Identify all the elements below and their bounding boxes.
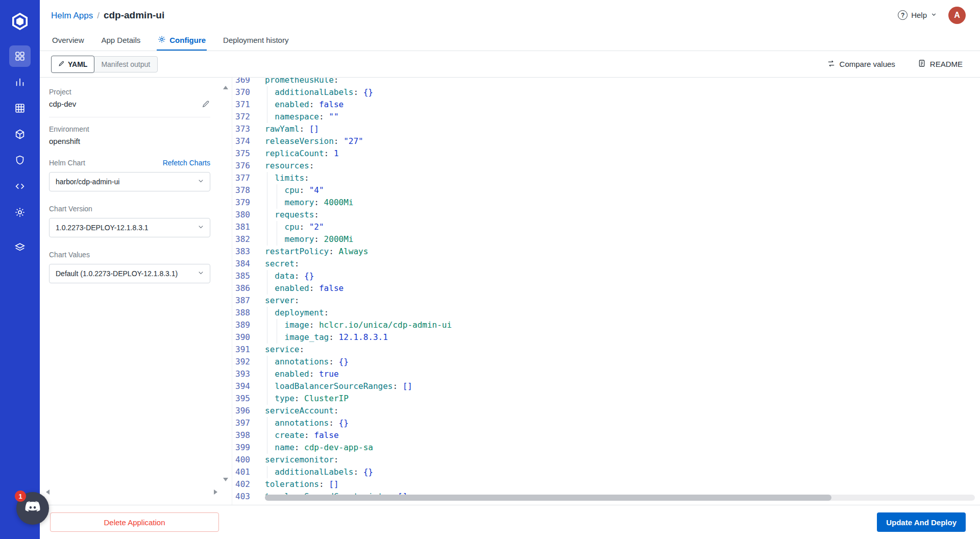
tab-app-details-label: App Details [102, 36, 141, 44]
environment-value: openshift [49, 137, 80, 145]
code-line: 393 enabled: true [232, 368, 980, 380]
editor-horizontal-scrollbar-thumb[interactable] [265, 495, 831, 501]
indent-guide [267, 319, 267, 331]
indent-guide [277, 331, 277, 344]
editor-horizontal-scrollbar-track[interactable] [265, 495, 975, 501]
discord-button[interactable]: 1 [16, 492, 49, 525]
compare-arrows-icon [827, 59, 836, 69]
line-number: 391 [232, 344, 265, 356]
helm-chart-label: Helm Chart [49, 159, 85, 167]
chart-values-select[interactable]: Default (1.0.2273-DEPLOY-12.1.8.3.1) [49, 264, 210, 283]
nav-global-config[interactable] [9, 202, 31, 223]
app-logo[interactable] [9, 11, 31, 34]
code-line: 370 additionalLabels: {} [232, 86, 980, 99]
nav-clusters[interactable] [9, 176, 31, 197]
code-line: 369prometheusRule: [232, 78, 980, 86]
chevron-down-icon [930, 11, 937, 19]
indent-guide [267, 270, 267, 282]
code-line: 394 loadBalancerSourceRanges: [] [232, 380, 980, 393]
indent-guide [267, 172, 267, 184]
avatar[interactable]: A [948, 7, 966, 24]
panel-scroll-up-arrow[interactable] [223, 86, 228, 89]
tab-bar: Overview App Details Configure Deploymen… [40, 30, 980, 51]
code-line: 397 annotations: {} [232, 417, 980, 429]
breadcrumb-helm-apps-link[interactable]: Helm Apps [51, 11, 93, 21]
editor-toolbar: YAML Manifest output Compare values READ… [40, 51, 980, 78]
top-bar: Helm Apps / cdp-admin-ui ? Help A [40, 0, 980, 30]
discord-icon [23, 498, 42, 519]
update-and-deploy-button[interactable]: Update And Deploy [877, 512, 966, 532]
help-menu[interactable]: ? Help [898, 10, 937, 20]
chart-values-label: Chart Values [49, 251, 210, 259]
indent-guide [267, 331, 267, 344]
line-number: 373 [232, 123, 265, 135]
code-line: 389 image: hclcr.io/unica/cdp-admin-ui [232, 319, 980, 331]
readme-button[interactable]: README [918, 59, 963, 69]
indent-guide [267, 466, 267, 478]
sidebar-nav [9, 41, 31, 258]
line-number: 379 [232, 197, 265, 209]
code-line: 396serviceAccount: [232, 405, 980, 417]
line-number: 403 [232, 491, 265, 503]
nav-applications[interactable] [9, 45, 31, 67]
panel-scroll-down-arrow[interactable] [223, 478, 228, 481]
indent-guide [277, 319, 277, 331]
breadcrumb-current-app: cdp-admin-ui [104, 10, 164, 21]
indent-guide [267, 356, 267, 368]
line-number: 393 [232, 368, 265, 380]
panel-scroll-right-arrow[interactable] [214, 489, 217, 495]
line-number: 388 [232, 307, 265, 319]
chart-values-selected-value: Default (1.0.2273-DEPLOY-12.1.8.3.1) [56, 270, 178, 278]
line-number: 392 [232, 356, 265, 368]
readme-label: README [930, 60, 963, 68]
yaml-toggle-button[interactable]: YAML [51, 56, 94, 73]
panel-scroll-left-arrow[interactable] [46, 489, 50, 495]
code-line: 376resources: [232, 160, 980, 172]
sidebar [0, 0, 40, 539]
indent-guide [267, 111, 267, 123]
helm-chart-select[interactable]: harbor/cdp-admin-ui [49, 172, 210, 191]
indent-guide [277, 197, 277, 209]
yaml-editor[interactable]: 369prometheusRule:370 additionalLabels: … [232, 78, 980, 505]
panel-divider [49, 117, 210, 117]
nav-security[interactable] [9, 150, 31, 171]
tab-overview[interactable]: Overview [51, 30, 85, 51]
indent-guide [267, 221, 267, 233]
nav-jobs[interactable] [9, 71, 31, 93]
nav-stack-manager[interactable] [9, 237, 31, 258]
edit-project-icon[interactable] [202, 100, 210, 108]
tab-overview-label: Overview [52, 36, 84, 44]
code-line: 383restartPolicy: Always [232, 246, 980, 258]
delete-application-button[interactable]: Delete Application [50, 512, 219, 532]
tab-configure[interactable]: Configure [157, 30, 207, 51]
nav-application-groups[interactable] [9, 97, 31, 119]
code-line: 372 namespace: "" [232, 111, 980, 123]
code-line: 380 requests: [232, 209, 980, 221]
project-label: Project [49, 88, 210, 96]
tab-app-details[interactable]: App Details [101, 30, 142, 51]
code-line: 392 annotations: {} [232, 356, 980, 368]
refetch-charts-link[interactable]: Refetch Charts [163, 159, 210, 167]
code-icon [14, 181, 26, 192]
code-line: 378 cpu: "4" [232, 184, 980, 197]
line-number: 390 [232, 331, 265, 344]
top-bar-right: ? Help A [898, 7, 966, 24]
line-number: 378 [232, 184, 265, 197]
code-line: 400servicemonitor: [232, 454, 980, 466]
environment-label: Environment [49, 125, 210, 133]
devtron-logo-icon [10, 11, 30, 34]
tab-deployment-history-label: Deployment history [223, 36, 288, 44]
breadcrumb-separator: / [97, 11, 100, 21]
manifest-output-toggle-button[interactable]: Manifest output [94, 56, 157, 72]
line-number: 401 [232, 466, 265, 478]
compare-values-button[interactable]: Compare values [827, 59, 895, 69]
code-line: 390 image_tag: 12.1.8.3.1 [232, 331, 980, 344]
line-number: 400 [232, 454, 265, 466]
nav-chart-store[interactable] [9, 124, 31, 145]
indent-guide [267, 380, 267, 393]
indent-guide [267, 197, 267, 209]
chart-version-select[interactable]: 1.0.2273-DEPLOY-12.1.8.3.1 [49, 218, 210, 237]
tab-deployment-history[interactable]: Deployment history [222, 30, 289, 51]
manifest-toggle-label: Manifest output [101, 60, 150, 68]
line-number: 402 [232, 478, 265, 491]
